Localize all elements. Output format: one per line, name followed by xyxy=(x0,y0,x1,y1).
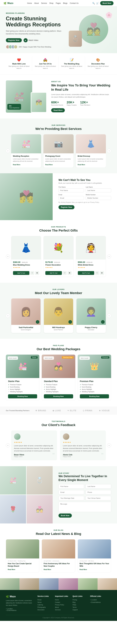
commit-venue-input[interactable] xyxy=(86,496,111,500)
services-slider: ‹ 💒 Wedding Reception Lorem ipsum dolor … xyxy=(6,134,111,168)
team-arrow-2[interactable]: → xyxy=(101,320,105,324)
search-icon[interactable]: 🔍 xyxy=(92,2,95,4)
footer-link-2-1[interactable]: Blog xyxy=(73,602,87,603)
footer-link-1-3[interactable]: About xyxy=(55,606,69,608)
products-prev-arrow[interactable]: ‹ xyxy=(6,254,10,258)
quickview-button-2[interactable]: 👁 xyxy=(100,271,104,275)
contact-form: First Name Last Name Email Mobile Number xyxy=(59,186,111,209)
product-rating-2: ★★★★★ xyxy=(78,266,104,268)
footer-link-0-4[interactable]: Decoration xyxy=(37,609,51,610)
about-tag: About Us xyxy=(51,81,111,82)
quickview-button-1[interactable]: 👁 xyxy=(68,271,72,275)
blog-read-more-0[interactable]: Read More xyxy=(8,569,15,570)
about-small-image: 💏 xyxy=(31,92,47,113)
footer-link-1-0[interactable]: Home xyxy=(55,599,69,601)
products-next-arrow[interactable]: › xyxy=(107,254,111,258)
service-card-2: 👗 Bridal Dressup Lorem ipsum dolor sit a… xyxy=(76,134,106,168)
phone-input[interactable] xyxy=(86,196,111,200)
footer-col-0: Service Links Florist Venue Catering Pho… xyxy=(37,595,51,612)
booking-button-0[interactable]: Booking Now xyxy=(8,394,37,398)
nav-contact[interactable]: Contact Us xyxy=(70,2,78,4)
quickview-button-0[interactable]: 👁 xyxy=(35,271,39,275)
package-card-1: 💑 $200 /month Standard Plan Standard Pla… xyxy=(42,354,75,400)
footer-link-2-4[interactable]: Support xyxy=(73,609,87,610)
service-read-more-1[interactable]: Read More xyxy=(45,164,53,166)
team-arrow-1[interactable]: → xyxy=(68,320,72,324)
contact-section: 💏 We Can't Wait To See You Book your spe… xyxy=(0,173,117,220)
services-prev-arrow[interactable]: ‹ xyxy=(6,149,10,153)
about-badge: 25+ Years Experience xyxy=(7,104,21,110)
add-to-cart-button-0[interactable]: Add To Cart xyxy=(13,271,29,275)
footer-link-2-3[interactable]: Terms xyxy=(73,606,87,608)
testimonial-card-1: ★★★★★ Lorem ipsum dolor sit amet, consec… xyxy=(60,430,106,460)
footer-logo: 🌿 Wazo xyxy=(6,595,34,598)
footer-col-title-3: Official Links xyxy=(90,595,111,597)
team-next-arrow[interactable]: › xyxy=(107,314,111,318)
lastname-input[interactable] xyxy=(86,188,111,192)
add-to-cart-button-2[interactable]: Add To Cart xyxy=(78,271,94,275)
book-now-button[interactable]: Book Now xyxy=(100,1,114,5)
firstname-input[interactable] xyxy=(59,188,84,192)
service-read-more-2[interactable]: Read More xyxy=(78,164,85,166)
team-prev-arrow[interactable]: ‹ xyxy=(6,314,10,318)
footer-link-1-2[interactable]: Privacy Policy xyxy=(55,604,69,606)
about-read-more-button[interactable]: Read More xyxy=(51,108,65,112)
blog-read-more-1[interactable]: Read More xyxy=(44,569,51,570)
testimonials-next-arrow[interactable]: › xyxy=(107,443,111,448)
footer-link-2-2[interactable]: FAQs xyxy=(73,604,87,606)
nav-home[interactable]: Home xyxy=(27,2,32,4)
footer-link-0-2[interactable]: Catering xyxy=(37,604,51,606)
commit-message-input[interactable] xyxy=(59,502,111,512)
blog-section: Our Blog Read Our Latest News & Blog 25 … xyxy=(0,524,117,578)
package-period-2: /month xyxy=(84,358,88,359)
add-to-cart-button-1[interactable]: Add To Cart xyxy=(45,271,62,275)
footer-link-1-4[interactable]: Services xyxy=(55,609,69,610)
footer-link-3-0[interactable]: + Location xyxy=(90,599,111,601)
email-input[interactable] xyxy=(59,196,84,200)
nav-logo[interactable]: 🌿 Wazo xyxy=(3,2,13,5)
contact-submit-button[interactable]: Register Now xyxy=(59,205,74,209)
wishlist-button-2[interactable]: ♡ xyxy=(95,271,99,275)
nav-blogs[interactable]: Blogs xyxy=(63,2,67,4)
form-group-email: Email xyxy=(59,194,84,200)
features-row: ❤️ Made With Love Start giving your clie… xyxy=(0,53,117,74)
register-button[interactable]: Register Now xyxy=(6,38,22,42)
wishlist-button-1[interactable]: ♡ xyxy=(63,271,67,275)
commit-phone-input[interactable] xyxy=(86,490,111,494)
form-group-phone: Mobile Number xyxy=(86,194,111,200)
testimonials-prev-arrow[interactable]: ‹ xyxy=(6,443,10,448)
commit-lastname-input[interactable] xyxy=(86,484,111,488)
nav-pages[interactable]: Pages xyxy=(56,2,61,4)
watch-video-button[interactable]: ▶ Watch Video xyxy=(23,38,38,42)
services-next-arrow[interactable]: › xyxy=(107,149,111,153)
footer-link-3-1[interactable]: + Email Address xyxy=(90,602,111,603)
commit-image-2: 🌹 xyxy=(0,495,26,524)
footer-link-0-0[interactable]: Florist xyxy=(37,599,51,601)
footer-link-0-1[interactable]: Venue xyxy=(37,602,51,603)
booking-button-2[interactable]: Booking Now xyxy=(80,394,109,398)
nav-about[interactable]: About xyxy=(34,2,39,4)
blog-tag: Our Blog xyxy=(6,529,111,531)
wishlist-button-0[interactable]: ♡ xyxy=(30,271,34,275)
footer-link-2-0[interactable]: Pricing xyxy=(73,599,87,601)
packages-tag: Paid Plans xyxy=(6,345,111,346)
footer-link-0-3[interactable]: Photography xyxy=(37,606,51,608)
commitment-submit-button[interactable]: Book Now xyxy=(59,514,72,518)
footer-brand-desc: Lorem ipsum dolor sit amet, consectetur … xyxy=(6,600,34,606)
commit-date-input[interactable] xyxy=(59,496,84,500)
footer-col-2: Quick Links Pricing Blog FAQs Terms Supp… xyxy=(73,595,87,612)
footer-link-1-1[interactable]: Contact xyxy=(55,602,69,603)
booking-button-1[interactable]: Booking Now xyxy=(44,394,73,398)
product-image-2: 👰 xyxy=(76,236,106,260)
cart-icon[interactable]: 🛒 xyxy=(96,2,99,4)
commit-email-input[interactable] xyxy=(59,490,84,494)
package-feature-2-0: ✓Premium Feature xyxy=(80,384,109,386)
blog-read-more-2[interactable]: Read More xyxy=(80,569,87,570)
nav-shop[interactable]: Shop xyxy=(49,2,53,4)
testimonial-avatar-1 xyxy=(63,434,69,440)
feature-icon-2: 📝 xyxy=(61,58,83,62)
service-read-more-0[interactable]: Read More xyxy=(13,164,20,166)
commit-firstname-input[interactable] xyxy=(59,484,84,488)
product-price-2: $560.00 xyxy=(78,261,85,263)
nav-service[interactable]: Service xyxy=(41,2,47,4)
